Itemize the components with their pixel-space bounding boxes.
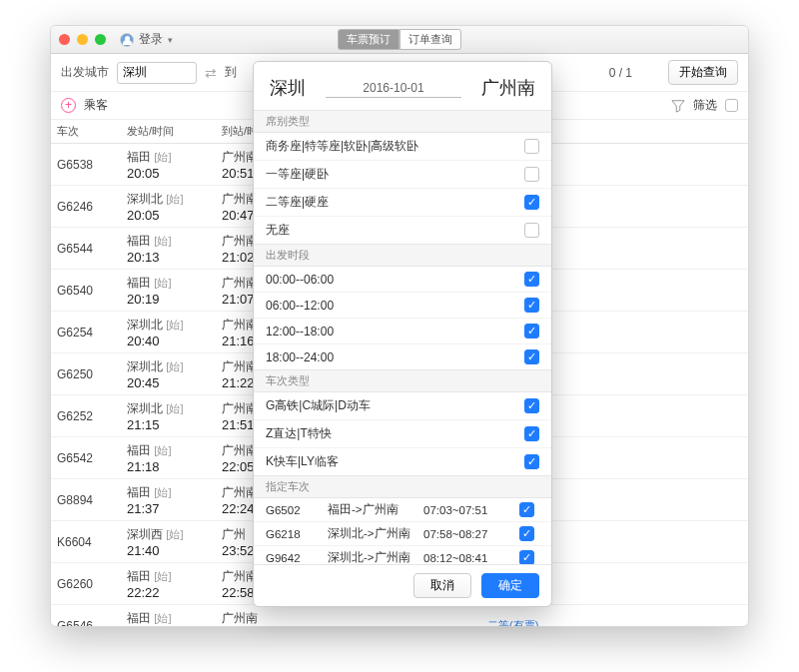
minimize-icon[interactable] (77, 34, 88, 45)
login-menu[interactable]: 登录 ▾ (120, 31, 173, 48)
section-train-type: 车次类型 (254, 369, 551, 392)
depart-cell: 福田 [始]22:40 (121, 606, 216, 627)
train-option[interactable]: G6218深圳北->广州南07:58~08:27 (254, 522, 551, 546)
time-option[interactable]: 06:00--12:00 (254, 293, 551, 319)
checkbox[interactable] (524, 454, 539, 469)
train-no: K6604 (51, 531, 121, 553)
seat-option[interactable]: 无座 (254, 217, 551, 244)
from-label: 出发城市 (61, 64, 109, 81)
depart-cell: 深圳西 [始]21:40 (121, 522, 216, 562)
window-controls (59, 34, 106, 45)
train-no: G6260 (51, 573, 121, 595)
option-label: K快车|LY临客 (266, 453, 524, 470)
option-label: 一等座|硬卧 (266, 166, 524, 183)
train-option-no: G9642 (266, 552, 322, 564)
train-no: G6254 (51, 322, 121, 343)
from-input[interactable] (117, 62, 197, 84)
option-label: Z直达|T特快 (266, 425, 524, 442)
checkbox[interactable] (524, 426, 539, 441)
search-button[interactable]: 开始查询 (668, 60, 738, 85)
popup-to-city: 广州南 (481, 76, 535, 100)
ok-button[interactable]: 确定 (481, 573, 539, 598)
checkbox[interactable] (524, 324, 539, 338)
depart-cell: 福田 [始]22:22 (121, 564, 216, 604)
cancel-button[interactable]: 取消 (413, 573, 471, 598)
tab-orders[interactable]: 订单查询 (400, 29, 461, 50)
train-option-time: 08:12~08:41 (423, 552, 513, 564)
depart-cell: 福田 [始]21:37 (121, 480, 216, 520)
swap-icon[interactable]: ⇄ (205, 65, 217, 81)
train-option-no: G6218 (266, 528, 322, 540)
time-option[interactable]: 00:00--06:00 (254, 267, 551, 293)
train-no: G6246 (51, 196, 121, 218)
train-option-route: 深圳北->广州南 (328, 550, 417, 564)
option-label: 商务座|特等座|软卧|高级软卧 (266, 138, 524, 155)
arrive-cell: 广州南23:20 (216, 606, 475, 627)
train-no: G6544 (51, 238, 121, 260)
popup-footer: 取消 确定 (254, 564, 551, 606)
type-option[interactable]: Z直达|T特快 (254, 420, 551, 448)
train-option-no: G6502 (266, 504, 322, 516)
seat-option[interactable]: 商务座|特等座|软卧|高级软卧 (254, 133, 551, 161)
depart-cell: 福田 [始]20:13 (121, 229, 216, 269)
train-option-route: 深圳北->广州南 (328, 526, 417, 541)
checkbox[interactable] (524, 398, 539, 413)
add-passenger-icon[interactable] (61, 98, 76, 113)
checkbox[interactable] (524, 167, 539, 182)
section-time: 出发时段 (254, 244, 551, 267)
ticket-cell: 二等(有票) (475, 612, 748, 626)
checkbox[interactable] (519, 502, 534, 517)
time-option[interactable]: 18:00--24:00 (254, 344, 551, 369)
train-no: G6250 (51, 363, 121, 385)
avatar-icon (120, 33, 134, 47)
checkbox[interactable] (524, 139, 539, 154)
option-label: 二等座|硬座 (266, 194, 524, 211)
filter-checkbox[interactable] (725, 99, 738, 112)
train-no: G6546 (51, 615, 121, 627)
option-label: 无座 (266, 222, 524, 239)
depart-cell: 深圳北 [始]21:15 (121, 396, 216, 436)
depart-cell: 福田 [始]20:19 (121, 271, 216, 311)
chevron-down-icon: ▾ (168, 35, 173, 45)
train-no: G6540 (51, 280, 121, 302)
train-no: G6538 (51, 154, 121, 176)
checkbox[interactable] (519, 550, 534, 564)
col-depart: 发站/时间 (121, 120, 216, 143)
type-option[interactable]: K快车|LY临客 (254, 448, 551, 475)
checkbox[interactable] (524, 349, 539, 364)
filter-label: 筛选 (693, 97, 717, 114)
checkbox[interactable] (524, 195, 539, 210)
zoom-icon[interactable] (95, 34, 106, 45)
popup-header: 深圳 2016-10-01 广州南 (254, 62, 551, 110)
table-row[interactable]: G6546福田 [始]22:40广州南23:20二等(有票) (51, 605, 748, 626)
popup-from-city: 深圳 (270, 76, 306, 100)
train-no: G8894 (51, 489, 121, 511)
popup-date[interactable]: 2016-10-01 (306, 81, 481, 95)
train-option[interactable]: G6502福田->广州南07:03~07:51 (254, 498, 551, 522)
ticket-button[interactable]: 二等(有票) (481, 616, 544, 626)
depart-cell: 福田 [始]21:18 (121, 438, 216, 478)
passenger-label: 乘客 (84, 97, 108, 114)
close-icon[interactable] (59, 34, 70, 45)
pager: 0 / 1 (609, 66, 632, 80)
login-label: 登录 (139, 31, 163, 48)
tab-booking[interactable]: 车票预订 (338, 29, 400, 50)
train-option[interactable]: G9642深圳北->广州南08:12~08:41 (254, 546, 551, 564)
filter-icon[interactable] (671, 99, 685, 113)
titlebar: 登录 ▾ 车票预订 订单查询 (51, 26, 748, 54)
depart-cell: 深圳北 [始]20:45 (121, 354, 216, 394)
option-label: G高铁|C城际|D动车 (266, 397, 524, 414)
filter-popup: 深圳 2016-10-01 广州南 席别类型 商务座|特等座|软卧|高级软卧一等… (253, 61, 552, 607)
type-option[interactable]: G高铁|C城际|D动车 (254, 392, 551, 420)
seat-option[interactable]: 二等座|硬座 (254, 189, 551, 217)
depart-cell: 深圳北 [始]20:40 (121, 313, 216, 352)
checkbox[interactable] (524, 298, 539, 313)
titlebar-tabs: 车票预订 订单查询 (338, 29, 461, 50)
seat-option[interactable]: 一等座|硬卧 (254, 161, 551, 189)
checkbox[interactable] (524, 223, 539, 238)
train-no: G6542 (51, 447, 121, 469)
checkbox[interactable] (519, 526, 534, 541)
time-option[interactable]: 12:00--18:00 (254, 319, 551, 344)
train-option-route: 福田->广州南 (328, 502, 417, 517)
checkbox[interactable] (524, 272, 539, 287)
